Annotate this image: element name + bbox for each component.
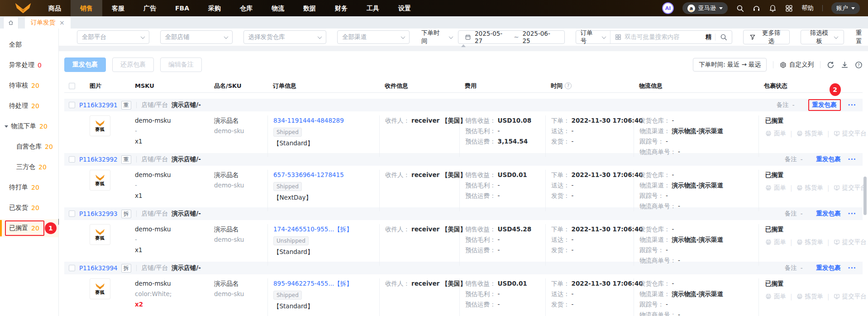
- sidebar-item-exception[interactable]: 异常处理0: [0, 56, 58, 74]
- apps-grid-icon[interactable]: [785, 5, 793, 12]
- nav-item-sales[interactable]: 销售: [71, 0, 102, 16]
- order-number-link[interactable]: 895-9462275-455...【拆】: [273, 280, 353, 287]
- search-icon[interactable]: [736, 5, 744, 12]
- nav-item-finance[interactable]: 财务: [325, 0, 357, 16]
- action-shipping-label[interactable]: 面单: [765, 292, 786, 301]
- sidebar-item-pending-print[interactable]: 待打单20: [0, 178, 58, 196]
- row-checkbox[interactable]: [69, 265, 75, 271]
- product-image[interactable]: 赛狐: [90, 115, 110, 136]
- close-icon[interactable]: ×: [59, 19, 65, 26]
- refresh-icon[interactable]: [827, 61, 835, 69]
- select-all-checkbox[interactable]: [69, 83, 75, 89]
- batch-search-input[interactable]: 双击可批量搜索内容: [610, 33, 705, 41]
- order-search-box: 订单号 双击可批量搜索内容 精: [576, 30, 732, 44]
- product-image[interactable]: 赛狐: [90, 170, 110, 191]
- nav-item-tools[interactable]: 工具: [357, 0, 389, 16]
- nav-item-customer-service[interactable]: 客服: [102, 0, 134, 16]
- sort-order-pill[interactable]: 下单时间: 最近 → 最远: [693, 58, 767, 72]
- order-number-link[interactable]: 174-2465510-955...【拆】: [273, 225, 353, 233]
- help-icon[interactable]: ?: [855, 61, 863, 69]
- package-number-link[interactable]: P116k32992: [79, 156, 118, 163]
- caret-down-icon[interactable]: [5, 125, 8, 128]
- headset-support-icon[interactable]: [753, 5, 760, 12]
- action-submit-platform[interactable]: 提交平台: [834, 129, 867, 138]
- action-shipping-label[interactable]: 面单: [765, 184, 786, 192]
- platform-selector[interactable]: a 亚马逊: [682, 2, 728, 14]
- package-number-link[interactable]: P116k32991: [79, 101, 118, 109]
- sidebar-item-self-warehouse[interactable]: 自营仓库20: [0, 138, 58, 156]
- app-logo-fox-icon[interactable]: [14, 2, 33, 14]
- nav-item-products[interactable]: 商品: [39, 0, 71, 16]
- action-divider: |: [827, 239, 830, 246]
- action-picking-list[interactable]: 拣货单: [796, 292, 824, 301]
- resend-package-link[interactable]: 重发包裹: [816, 264, 841, 272]
- tab-order-shipping[interactable]: 订单发货 ×: [25, 16, 71, 29]
- resend-package-link[interactable]: 重发包裹: [816, 155, 841, 163]
- sidebar-item-logistics-order[interactable]: 物流下单20: [0, 117, 58, 135]
- row-checkbox[interactable]: [69, 156, 75, 163]
- search-submit-icon[interactable]: [715, 34, 732, 41]
- row-more-button[interactable]: ···: [848, 101, 856, 109]
- question-circle-icon[interactable]: ?: [565, 82, 572, 89]
- channel-select[interactable]: 全部渠道: [337, 30, 410, 44]
- resend-package-button[interactable]: 重发包裹: [64, 57, 106, 72]
- action-picking-list[interactable]: 拣货单: [796, 129, 824, 138]
- resend-package-link[interactable]: 重发包裹: [816, 210, 841, 218]
- nav-item-logistics[interactable]: 物流: [262, 0, 294, 16]
- ai-assistant-button[interactable]: AI: [662, 2, 674, 14]
- row-more-button[interactable]: ···: [848, 264, 856, 272]
- date-range-picker[interactable]: 2025-05-27 ~ 2025-06-25: [458, 30, 565, 44]
- filter-template-button[interactable]: 筛选模板: [801, 30, 844, 44]
- help-link[interactable]: 帮助: [801, 4, 814, 12]
- nav-item-warehouse[interactable]: 仓库: [230, 0, 262, 16]
- more-filters-button[interactable]: 更多筛选: [743, 30, 790, 44]
- search-type-select[interactable]: 订单号: [576, 31, 610, 43]
- sidebar-item-shipped[interactable]: 已发货20: [0, 199, 58, 217]
- package-number-link[interactable]: P116k32993: [79, 210, 118, 217]
- warehouse-select[interactable]: 选择发货仓库: [243, 30, 327, 44]
- platform-select[interactable]: 全部平台: [77, 30, 149, 44]
- sidebar-item-all[interactable]: 全部: [0, 36, 58, 54]
- exact-match-toggle[interactable]: 精: [705, 33, 715, 41]
- resend-package-link[interactable]: 重发包裹: [812, 101, 837, 109]
- row-checkbox[interactable]: [69, 211, 75, 217]
- download-icon[interactable]: [841, 61, 849, 69]
- edit-note-button[interactable]: 编辑备注: [160, 57, 202, 72]
- action-shipping-label[interactable]: 面单: [765, 129, 786, 138]
- collapse-filter-icon[interactable]: [461, 37, 466, 44]
- nav-item-purchase[interactable]: 采购: [199, 0, 230, 16]
- row-more-button[interactable]: ···: [848, 210, 856, 217]
- sidebar-item-third-party-warehouse[interactable]: 三方仓20: [0, 158, 58, 176]
- action-submit-platform[interactable]: 提交平台: [834, 184, 867, 192]
- nav-item-ads[interactable]: 广告: [134, 0, 166, 16]
- action-submit-platform[interactable]: 提交平台: [834, 238, 867, 246]
- custom-columns-button[interactable]: 自定义列: [780, 61, 814, 69]
- sidebar-item-pending-review[interactable]: 待审核20: [0, 77, 58, 95]
- bell-notifications-icon[interactable]: [769, 5, 777, 12]
- nav-item-fba[interactable]: FBA: [166, 0, 199, 16]
- action-shipping-label[interactable]: 面单: [765, 238, 786, 246]
- account-menu[interactable]: 账户: [831, 2, 860, 14]
- row-more-button[interactable]: ···: [848, 156, 856, 163]
- product-image[interactable]: 赛狐: [90, 278, 110, 299]
- time-type-select[interactable]: 下单时间: [420, 29, 458, 45]
- vertical-scrollbar[interactable]: [863, 177, 867, 215]
- reset-filters-button[interactable]: 重置: [856, 29, 868, 45]
- row-checkbox-spacer: [64, 115, 84, 157]
- order-number-link[interactable]: 834-1191444-4848289: [273, 117, 344, 124]
- row-checkbox[interactable]: [69, 102, 75, 108]
- shop-select[interactable]: 全部店铺: [160, 30, 233, 44]
- action-picking-list[interactable]: 拣货单: [796, 238, 824, 246]
- product-image[interactable]: 赛狐: [90, 224, 110, 245]
- package-number-link[interactable]: P116k32994: [79, 264, 118, 272]
- restore-package-button[interactable]: 还原包裹: [112, 57, 154, 72]
- action-submit-platform[interactable]: 提交平台: [834, 292, 867, 301]
- sidebar-item-on-hold[interactable]: 已搁置201: [0, 219, 58, 237]
- nav-item-settings[interactable]: 设置: [389, 0, 420, 16]
- home-tab-button[interactable]: [3, 16, 19, 29]
- msku-attribute: -: [135, 235, 209, 245]
- order-number-link[interactable]: 657-5336964-1278415: [273, 171, 344, 178]
- nav-item-data[interactable]: 数据: [294, 0, 325, 16]
- action-picking-list[interactable]: 拣货单: [796, 184, 824, 192]
- sidebar-item-pending-process[interactable]: 待处理20: [0, 97, 58, 115]
